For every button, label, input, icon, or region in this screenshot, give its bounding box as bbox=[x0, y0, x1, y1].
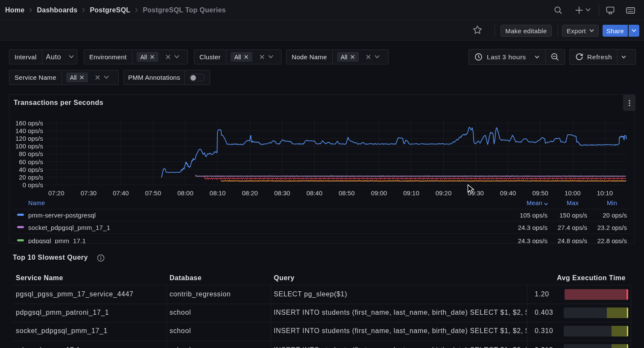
svg-text:100 ops/s: 100 ops/s bbox=[15, 142, 43, 150]
svg-text:09:40: 09:40 bbox=[500, 189, 516, 197]
svg-text:10:00: 10:00 bbox=[565, 189, 581, 197]
svg-text:09:10: 09:10 bbox=[403, 189, 419, 197]
svg-text:40 ops/s: 40 ops/s bbox=[19, 166, 43, 173]
svg-text:09:20: 09:20 bbox=[436, 189, 452, 197]
svg-text:08:30: 08:30 bbox=[274, 189, 290, 197]
svg-text:160 ops/s: 160 ops/s bbox=[15, 119, 43, 127]
svg-text:08:00: 08:00 bbox=[177, 189, 193, 197]
svg-text:60 ops/s: 60 ops/s bbox=[19, 158, 43, 165]
svg-text:08:50: 08:50 bbox=[339, 189, 355, 197]
svg-text:0 ops/s: 0 ops/s bbox=[23, 181, 43, 188]
svg-text:10:10: 10:10 bbox=[597, 189, 613, 197]
svg-text:08:10: 08:10 bbox=[210, 189, 226, 197]
svg-text:140 ops/s: 140 ops/s bbox=[15, 127, 43, 134]
svg-text:08:40: 08:40 bbox=[307, 189, 323, 197]
svg-text:07:40: 07:40 bbox=[113, 189, 129, 197]
svg-text:07:50: 07:50 bbox=[145, 189, 161, 197]
svg-text:09:50: 09:50 bbox=[532, 189, 548, 197]
svg-text:07:30: 07:30 bbox=[81, 189, 97, 197]
svg-text:80 ops/s: 80 ops/s bbox=[19, 150, 43, 157]
svg-text:07:20: 07:20 bbox=[48, 189, 64, 197]
svg-text:08:20: 08:20 bbox=[242, 189, 258, 197]
svg-text:120 ops/s: 120 ops/s bbox=[15, 135, 43, 142]
svg-text:20 ops/s: 20 ops/s bbox=[19, 174, 43, 181]
svg-text:09:00: 09:00 bbox=[371, 189, 387, 197]
